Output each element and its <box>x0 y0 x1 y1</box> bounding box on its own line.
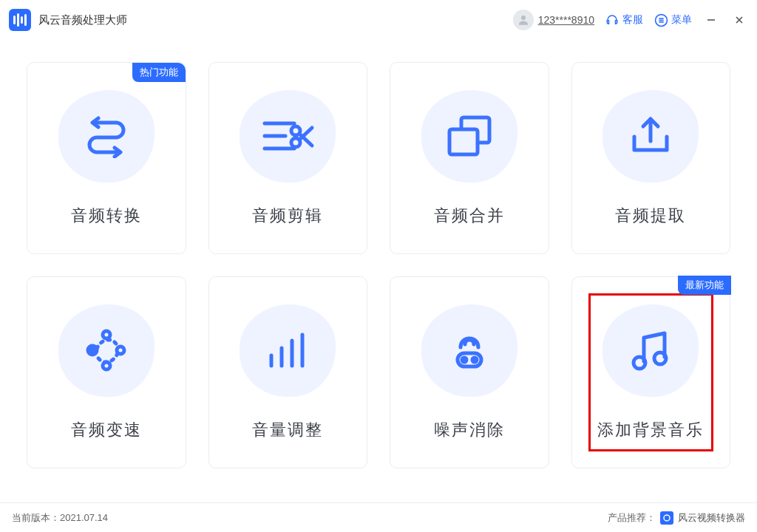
card-audio-merge[interactable]: 音频合并 <box>390 62 549 254</box>
support-label: 客服 <box>622 13 643 27</box>
card-audio-speed[interactable]: 音频变速 <box>27 276 186 468</box>
minimize-icon <box>706 15 716 25</box>
recommend-label: 产品推荐： <box>608 511 656 525</box>
svg-point-30 <box>654 352 666 364</box>
app-logo-icon <box>9 9 31 31</box>
merge-icon <box>421 90 517 183</box>
svg-point-28 <box>472 358 477 362</box>
menu-button[interactable]: 菜单 <box>654 13 692 27</box>
card-add-bgm[interactable]: 最新功能 添加背景音乐 <box>571 276 731 468</box>
badge-hot: 热门功能 <box>132 63 186 82</box>
svg-rect-16 <box>449 129 478 154</box>
svg-point-19 <box>103 331 110 338</box>
speed-icon <box>58 304 155 397</box>
card-label: 音频变速 <box>71 419 142 441</box>
cut-icon <box>240 90 336 183</box>
convert-icon <box>58 90 155 183</box>
card-label: 添加背景音乐 <box>597 419 704 441</box>
minimize-button[interactable] <box>702 11 720 29</box>
feature-grid: 热门功能 音频转换 音频剪辑 音频合并 音频提取 音频变速 音量调整 <box>0 40 757 483</box>
recommend-app-name[interactable]: 风云视频转换器 <box>678 511 745 525</box>
card-label: 音频剪辑 <box>252 205 323 227</box>
user-account[interactable]: 123****8910 <box>513 10 594 30</box>
support-button[interactable]: 客服 <box>605 13 643 27</box>
headset-icon <box>605 13 619 27</box>
card-noise-remove[interactable]: 噪声消除 <box>390 276 549 468</box>
card-label: 音频合并 <box>434 205 505 227</box>
noise-icon <box>421 304 517 397</box>
card-audio-extract[interactable]: 音频提取 <box>571 62 731 254</box>
svg-point-0 <box>521 16 526 20</box>
svg-point-27 <box>462 358 466 362</box>
svg-point-29 <box>634 357 645 369</box>
menu-label: 菜单 <box>671 13 692 27</box>
card-label: 音频转换 <box>71 205 142 227</box>
badge-new: 最新功能 <box>678 276 731 295</box>
user-name[interactable]: 123****8910 <box>538 14 594 26</box>
menu-list-icon <box>654 13 668 27</box>
titlebar: 风云音频处理大师 123****8910 客服 菜单 <box>0 0 757 40</box>
card-label: 噪声消除 <box>434 419 505 441</box>
card-audio-convert[interactable]: 热门功能 音频转换 <box>27 62 186 254</box>
volume-icon <box>240 304 336 397</box>
close-button[interactable] <box>730 11 748 29</box>
recommend-app-icon <box>660 511 673 525</box>
extract-icon <box>602 90 699 183</box>
app-title: 风云音频处理大师 <box>38 13 127 27</box>
user-avatar-icon <box>513 10 534 30</box>
card-audio-cut[interactable]: 音频剪辑 <box>208 62 368 254</box>
card-label: 音频提取 <box>615 205 686 227</box>
music-icon <box>602 304 699 397</box>
card-label: 音量调整 <box>252 419 323 441</box>
svg-point-31 <box>664 515 670 521</box>
footer: 当前版本：2021.07.14 产品推荐： 风云视频转换器 <box>0 502 757 532</box>
version-label: 当前版本：2021.07.14 <box>12 511 108 525</box>
close-icon <box>734 15 744 25</box>
card-volume-adjust[interactable]: 音量调整 <box>208 276 368 468</box>
